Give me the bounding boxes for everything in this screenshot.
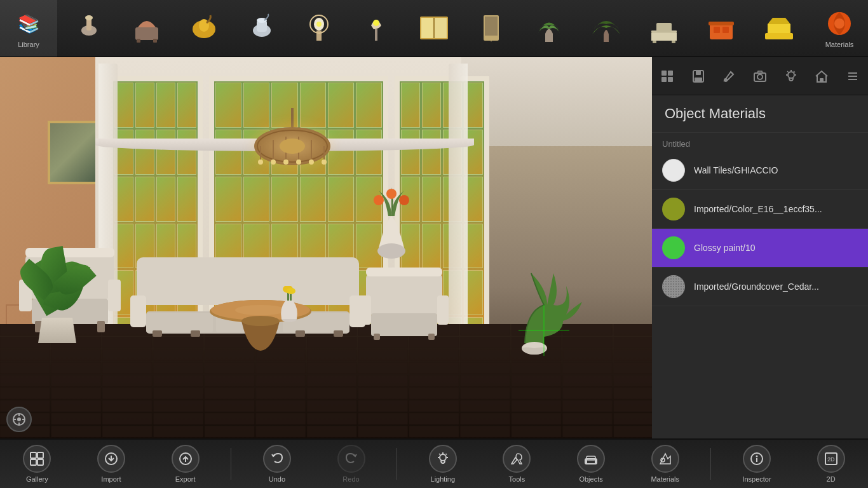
svg-rect-3 bbox=[135, 27, 158, 40]
right-plant bbox=[499, 254, 588, 356]
materials-icon bbox=[824, 8, 855, 39]
bottom-toolbar: Gallery Import Export Undo Redo Lighting bbox=[0, 438, 868, 488]
lighting-icon bbox=[429, 445, 457, 473]
2d-button[interactable]: 2D 2D bbox=[803, 439, 860, 488]
toolbar-obj-4[interactable] bbox=[297, 6, 341, 50]
navigation-button[interactable] bbox=[6, 407, 32, 432]
gallery-button[interactable]: Gallery bbox=[8, 439, 65, 488]
svg-rect-24 bbox=[651, 33, 677, 41]
export-button[interactable]: Export bbox=[157, 439, 214, 488]
toolbar-obj-6[interactable] bbox=[412, 6, 456, 50]
toolbar-obj-7[interactable] bbox=[469, 6, 513, 50]
svg-point-50 bbox=[322, 159, 327, 165]
svg-line-134 bbox=[445, 454, 447, 455]
toolbar-obj-3[interactable] bbox=[240, 6, 284, 50]
panel-layout-button[interactable] bbox=[654, 64, 680, 89]
material-item-wall-tiles[interactable]: Wall Tiles/GHIACCIO bbox=[652, 151, 868, 190]
chandelier-svg bbox=[254, 127, 330, 165]
toolbar-obj-1[interactable] bbox=[125, 6, 169, 50]
flower-arrangement-svg bbox=[360, 184, 423, 261]
materials-bottom-icon bbox=[651, 445, 679, 473]
import-button[interactable]: Import bbox=[83, 439, 140, 488]
right-plant-svg bbox=[499, 254, 588, 356]
panel-save-button[interactable] bbox=[686, 64, 711, 89]
undo-button[interactable]: Undo bbox=[248, 439, 306, 488]
material-name-glossy-paint: Glossy paint/10 bbox=[694, 243, 756, 253]
window-pane bbox=[401, 83, 420, 128]
svg-rect-27 bbox=[656, 23, 672, 32]
panel-toolbar bbox=[652, 57, 868, 95]
nav-icon bbox=[12, 412, 26, 426]
section-label: Untitled bbox=[652, 133, 868, 151]
objects-toolbar bbox=[57, 0, 811, 57]
material-item-groundcover[interactable]: Imported/Groundcover_Cedar... bbox=[652, 268, 868, 306]
plant-pot-left bbox=[38, 318, 76, 343]
material-item-glossy-paint[interactable]: Glossy paint/10 bbox=[652, 229, 868, 268]
divider-3 bbox=[710, 448, 711, 480]
left-plant bbox=[19, 248, 95, 343]
svg-rect-4 bbox=[137, 39, 140, 43]
svg-point-110 bbox=[724, 78, 728, 82]
materials-bottom-button[interactable]: Materials bbox=[637, 439, 694, 488]
toolbar-obj-9[interactable] bbox=[584, 6, 628, 50]
svg-point-49 bbox=[309, 159, 314, 165]
svg-rect-15 bbox=[375, 29, 377, 41]
panel-camera-button[interactable] bbox=[747, 64, 773, 89]
svg-rect-33 bbox=[768, 24, 790, 33]
right-panel: Object Materials Untitled Wall Tiles/GHI… bbox=[652, 57, 868, 438]
panel-light-button[interactable] bbox=[778, 64, 804, 89]
material-name-color-import: Imported/Color_E16__1eccf35... bbox=[694, 204, 822, 214]
painting-content bbox=[50, 123, 96, 182]
toolbar-obj-0[interactable] bbox=[67, 6, 111, 50]
inspector-button[interactable]: Inspector bbox=[728, 439, 785, 488]
undo-label: Undo bbox=[269, 475, 285, 483]
gallery-svg-icon bbox=[29, 451, 44, 466]
redo-button[interactable]: Redo bbox=[323, 439, 380, 488]
divider-2 bbox=[397, 448, 397, 480]
svg-rect-103 bbox=[661, 71, 667, 76]
vase-svg bbox=[273, 286, 305, 324]
panel-title: Object Materials bbox=[652, 95, 868, 133]
window-pane bbox=[422, 83, 441, 128]
window-pane bbox=[135, 130, 154, 175]
svg-rect-105 bbox=[661, 77, 667, 82]
2d-label: 2D bbox=[827, 475, 836, 483]
room-scene bbox=[0, 57, 652, 438]
toolbar-obj-2[interactable] bbox=[182, 6, 226, 50]
toolbar-obj-8[interactable] bbox=[527, 6, 571, 50]
svg-point-46 bbox=[271, 159, 276, 165]
svg-line-133 bbox=[439, 454, 440, 455]
svg-rect-74 bbox=[366, 273, 442, 315]
objects-icon bbox=[577, 445, 605, 473]
svg-point-51 bbox=[280, 139, 305, 154]
tools-button[interactable]: Tools bbox=[488, 439, 545, 488]
svg-rect-126 bbox=[37, 459, 43, 465]
toolbar-obj-12[interactable] bbox=[757, 6, 801, 50]
right-armchair-svg bbox=[360, 257, 449, 340]
toolbar-obj-10[interactable] bbox=[642, 6, 686, 50]
export-icon bbox=[172, 445, 200, 473]
chandelier-chain bbox=[291, 108, 294, 127]
redo-icon bbox=[337, 445, 365, 473]
lighting-button[interactable]: Lighting bbox=[414, 439, 471, 488]
materials-button[interactable]: Materials bbox=[811, 0, 868, 57]
svg-point-129 bbox=[440, 454, 446, 461]
viewport[interactable] bbox=[0, 57, 652, 438]
svg-point-47 bbox=[283, 159, 288, 165]
toolbar-obj-5[interactable] bbox=[354, 6, 398, 50]
library-button[interactable]: 📚 Library bbox=[0, 0, 57, 57]
window-pane bbox=[156, 177, 175, 222]
panel-paint-button[interactable] bbox=[716, 64, 742, 89]
materials-bottom-label: Materials bbox=[651, 475, 679, 483]
window-pane bbox=[356, 130, 382, 175]
toolbar-obj-11[interactable] bbox=[699, 6, 743, 50]
panel-list-button[interactable] bbox=[840, 64, 865, 89]
paint-icon bbox=[722, 69, 736, 83]
export-label: Export bbox=[175, 475, 196, 483]
svg-point-16 bbox=[373, 20, 379, 26]
svg-rect-25 bbox=[653, 41, 656, 43]
material-item-color-import[interactable]: Imported/Color_E16__1eccf35... bbox=[652, 190, 868, 229]
panel-home-button[interactable] bbox=[809, 64, 834, 89]
svg-rect-75 bbox=[360, 295, 371, 325]
objects-button[interactable]: Objects bbox=[562, 439, 620, 488]
